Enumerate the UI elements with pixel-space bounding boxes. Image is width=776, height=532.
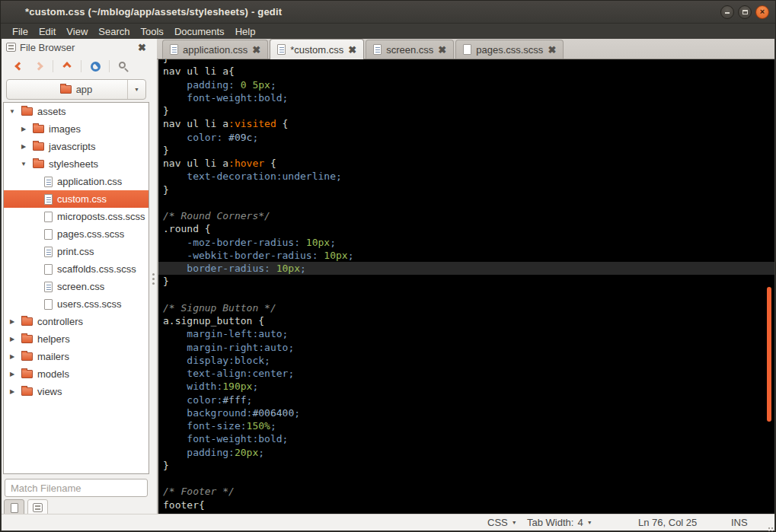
chevron-down-icon: ▼ xyxy=(587,520,592,525)
pane-splitter[interactable] xyxy=(151,39,157,516)
file-css-icon xyxy=(44,247,53,257)
tree-item-controllers[interactable]: ▶controllers xyxy=(4,313,148,330)
tree-item-stylesheets[interactable]: ▼stylesheets xyxy=(4,155,148,173)
close-tab-icon[interactable]: ✖ xyxy=(348,45,356,55)
code-view[interactable]: }nav ul li a{ padding: 0 5px; font-weigh… xyxy=(157,59,774,514)
tab-pages-css-scss[interactable]: pages.css.scss✖ xyxy=(455,40,564,59)
tree-item-label: images xyxy=(49,123,81,135)
tab-custom-css[interactable]: *custom.css✖ xyxy=(270,39,364,59)
up-button[interactable] xyxy=(57,57,77,75)
close-tab-icon[interactable]: ✖ xyxy=(438,45,446,55)
close-tab-icon[interactable]: ✖ xyxy=(252,45,260,55)
tree-item-microposts-css-scss[interactable]: microposts.css.scss xyxy=(4,208,148,225)
file-browser-icon xyxy=(6,43,16,52)
back-button[interactable] xyxy=(9,57,29,75)
tree-item-users-css-scss[interactable]: users.css.scss xyxy=(4,295,148,313)
tree-item-helpers[interactable]: ▶helpers xyxy=(4,330,148,348)
minimize-button[interactable] xyxy=(720,5,734,19)
tree-item-assets[interactable]: ▼assets xyxy=(4,103,148,120)
expander-icon[interactable]: ▶ xyxy=(8,388,17,395)
file-css-icon xyxy=(277,44,286,55)
tab-bar: application.css✖*custom.css✖screen.css✖p… xyxy=(157,39,774,59)
tree-item-views[interactable]: ▶views xyxy=(4,383,148,400)
tree-item-label: helpers xyxy=(37,333,70,345)
location-dropdown[interactable]: app ▼ xyxy=(6,79,146,100)
expander-icon[interactable]: ▼ xyxy=(19,161,28,167)
location-label: app xyxy=(76,84,93,95)
expander-icon[interactable]: ▶ xyxy=(19,143,28,150)
expander-icon[interactable]: ▶ xyxy=(8,318,17,325)
language-dropdown[interactable]: CSS ▼ xyxy=(487,517,517,528)
code-line: font-weight:bold; xyxy=(158,432,774,445)
panel-title: File Browser xyxy=(20,42,75,53)
expander-icon[interactable]: ▼ xyxy=(8,108,17,115)
tree-item-label: application.css xyxy=(57,176,122,187)
tab-label: application.css xyxy=(183,44,247,56)
code-line xyxy=(158,196,774,209)
panel-close-icon[interactable]: ✖ xyxy=(138,43,146,53)
code-line xyxy=(158,288,774,301)
tree-item-images[interactable]: ▶images xyxy=(4,120,148,138)
splitter-handle-icon xyxy=(152,273,155,276)
folder-icon xyxy=(33,160,44,168)
expander-icon[interactable]: ▶ xyxy=(8,353,17,360)
editor-scrollbar[interactable] xyxy=(767,287,771,422)
filter-button[interactable] xyxy=(113,57,133,75)
expander-icon[interactable]: ▶ xyxy=(8,336,17,342)
tree-item-label: scaffolds.css.scss xyxy=(57,263,136,275)
expander-icon[interactable]: ▶ xyxy=(19,126,28,132)
tree-item-print-css[interactable]: print.css xyxy=(4,243,148,260)
menu-documents[interactable]: Documents xyxy=(169,26,230,37)
gedit-window: *custom.css (~/mblog/app/assets/styleshe… xyxy=(0,0,776,532)
search-icon xyxy=(119,62,126,68)
tree-item-models[interactable]: ▶models xyxy=(4,365,148,383)
file-plain-icon xyxy=(463,44,471,55)
folder-icon xyxy=(33,142,44,151)
menu-help[interactable]: Help xyxy=(230,26,261,37)
code-line: nav ul li a:visited { xyxy=(158,117,774,130)
close-tab-icon[interactable]: ✖ xyxy=(548,45,556,55)
tree-item-custom-css[interactable]: custom.css xyxy=(4,190,148,208)
filter-input[interactable] xyxy=(5,479,148,497)
tree-item-scaffolds-css-scss[interactable]: scaffolds.css.scss xyxy=(4,260,148,278)
up-icon xyxy=(62,62,71,70)
menu-search[interactable]: Search xyxy=(93,26,135,37)
back-icon xyxy=(14,62,23,70)
titlebar[interactable]: *custom.css (~/mblog/app/assets/styleshe… xyxy=(1,1,775,24)
status-bar: CSS ▼ Tab Width: 4 ▼ Ln 76, Col 25 INS xyxy=(2,514,774,530)
maximize-button[interactable] xyxy=(738,5,752,19)
code-line: margin-right:auto; xyxy=(158,341,774,354)
cursor-position: Ln 76, Col 25 xyxy=(638,517,697,528)
tree-item-label: models xyxy=(37,368,69,380)
code-line: color: #09c; xyxy=(158,131,774,144)
refresh-button[interactable] xyxy=(85,57,105,75)
tab-width-value: 4 xyxy=(577,517,583,528)
tree-item-mailers[interactable]: ▶mailers xyxy=(4,348,148,365)
code-line: } xyxy=(158,59,774,65)
expander-icon[interactable]: ▶ xyxy=(8,371,17,377)
tab-width-dropdown[interactable]: Tab Width: 4 ▼ xyxy=(527,517,592,528)
code-line: -webkit-border-radius: 10px; xyxy=(158,249,774,262)
tree-item-javascripts[interactable]: ▶javascripts xyxy=(4,138,148,155)
location-dropdown-arrow[interactable]: ▼ xyxy=(127,80,145,99)
language-label: CSS xyxy=(487,517,508,528)
file-browser-panel: File Browser ✖ app ▼ ▼assets▶images▶java… xyxy=(2,39,151,516)
folder-icon xyxy=(21,387,33,396)
menu-tools[interactable]: Tools xyxy=(136,26,169,37)
window-controls: × xyxy=(720,5,769,19)
code-line: footer{ xyxy=(158,499,774,511)
code-line-current: border-radius: 10px; xyxy=(158,262,774,275)
folder-icon xyxy=(21,352,33,361)
menu-edit[interactable]: Edit xyxy=(34,26,61,37)
tab-application-css[interactable]: application.css✖ xyxy=(162,40,268,59)
menu-view[interactable]: View xyxy=(61,26,93,37)
tree-item-screen-css[interactable]: screen.css xyxy=(4,278,148,295)
tree-item-pages-css-scss[interactable]: pages.css.scss xyxy=(4,225,148,243)
resize-grip[interactable] xyxy=(764,520,773,529)
close-button[interactable]: × xyxy=(755,5,769,19)
tree-item-application-css[interactable]: application.css xyxy=(4,173,148,190)
menu-file[interactable]: File xyxy=(7,26,34,37)
forward-button[interactable] xyxy=(29,57,49,75)
tab-screen-css[interactable]: screen.css✖ xyxy=(366,40,454,59)
code-line: margin-left:auto; xyxy=(158,327,774,340)
